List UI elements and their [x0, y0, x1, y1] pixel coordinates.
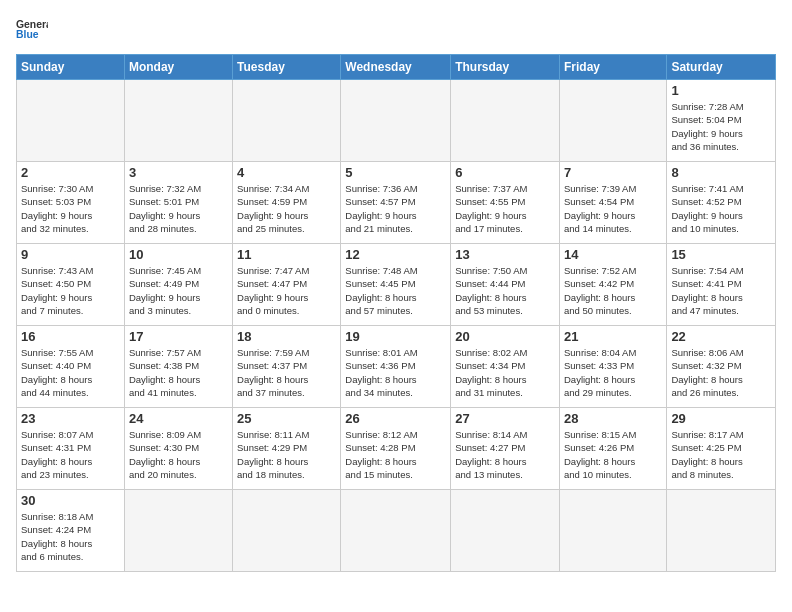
day-number: 13: [455, 247, 555, 262]
weekday-header-saturday: Saturday: [667, 55, 776, 80]
day-info: Sunrise: 7:28 AM Sunset: 5:04 PM Dayligh…: [671, 100, 771, 153]
calendar-cell: 27Sunrise: 8:14 AM Sunset: 4:27 PM Dayli…: [451, 408, 560, 490]
calendar-cell: 23Sunrise: 8:07 AM Sunset: 4:31 PM Dayli…: [17, 408, 125, 490]
day-info: Sunrise: 7:50 AM Sunset: 4:44 PM Dayligh…: [455, 264, 555, 317]
day-info: Sunrise: 8:11 AM Sunset: 4:29 PM Dayligh…: [237, 428, 336, 481]
weekday-header-monday: Monday: [124, 55, 232, 80]
day-number: 12: [345, 247, 446, 262]
day-info: Sunrise: 7:37 AM Sunset: 4:55 PM Dayligh…: [455, 182, 555, 235]
calendar-cell: 8Sunrise: 7:41 AM Sunset: 4:52 PM Daylig…: [667, 162, 776, 244]
weekday-header-tuesday: Tuesday: [233, 55, 341, 80]
day-info: Sunrise: 7:30 AM Sunset: 5:03 PM Dayligh…: [21, 182, 120, 235]
calendar-cell: [124, 80, 232, 162]
day-info: Sunrise: 7:48 AM Sunset: 4:45 PM Dayligh…: [345, 264, 446, 317]
day-info: Sunrise: 8:01 AM Sunset: 4:36 PM Dayligh…: [345, 346, 446, 399]
calendar-cell: 10Sunrise: 7:45 AM Sunset: 4:49 PM Dayli…: [124, 244, 232, 326]
day-number: 23: [21, 411, 120, 426]
calendar-cell: 12Sunrise: 7:48 AM Sunset: 4:45 PM Dayli…: [341, 244, 451, 326]
day-number: 28: [564, 411, 662, 426]
weekday-header-thursday: Thursday: [451, 55, 560, 80]
day-info: Sunrise: 7:45 AM Sunset: 4:49 PM Dayligh…: [129, 264, 228, 317]
calendar-cell: 6Sunrise: 7:37 AM Sunset: 4:55 PM Daylig…: [451, 162, 560, 244]
day-info: Sunrise: 7:36 AM Sunset: 4:57 PM Dayligh…: [345, 182, 446, 235]
calendar-cell: 22Sunrise: 8:06 AM Sunset: 4:32 PM Dayli…: [667, 326, 776, 408]
day-info: Sunrise: 8:09 AM Sunset: 4:30 PM Dayligh…: [129, 428, 228, 481]
logo-icon: GeneralBlue: [16, 16, 48, 44]
day-number: 24: [129, 411, 228, 426]
calendar-cell: 25Sunrise: 8:11 AM Sunset: 4:29 PM Dayli…: [233, 408, 341, 490]
page-header: GeneralBlue: [16, 16, 776, 44]
calendar-cell: [559, 80, 666, 162]
calendar-cell: 30Sunrise: 8:18 AM Sunset: 4:24 PM Dayli…: [17, 490, 125, 572]
week-row-4: 16Sunrise: 7:55 AM Sunset: 4:40 PM Dayli…: [17, 326, 776, 408]
calendar-cell: 13Sunrise: 7:50 AM Sunset: 4:44 PM Dayli…: [451, 244, 560, 326]
day-number: 8: [671, 165, 771, 180]
day-number: 22: [671, 329, 771, 344]
day-info: Sunrise: 7:39 AM Sunset: 4:54 PM Dayligh…: [564, 182, 662, 235]
day-number: 21: [564, 329, 662, 344]
calendar-cell: [451, 80, 560, 162]
calendar-cell: 14Sunrise: 7:52 AM Sunset: 4:42 PM Dayli…: [559, 244, 666, 326]
calendar-cell: 26Sunrise: 8:12 AM Sunset: 4:28 PM Dayli…: [341, 408, 451, 490]
day-number: 15: [671, 247, 771, 262]
day-info: Sunrise: 8:07 AM Sunset: 4:31 PM Dayligh…: [21, 428, 120, 481]
calendar-cell: 1Sunrise: 7:28 AM Sunset: 5:04 PM Daylig…: [667, 80, 776, 162]
calendar-cell: [667, 490, 776, 572]
day-info: Sunrise: 7:47 AM Sunset: 4:47 PM Dayligh…: [237, 264, 336, 317]
day-number: 2: [21, 165, 120, 180]
day-number: 20: [455, 329, 555, 344]
logo: GeneralBlue: [16, 16, 52, 44]
day-info: Sunrise: 7:41 AM Sunset: 4:52 PM Dayligh…: [671, 182, 771, 235]
calendar-cell: 17Sunrise: 7:57 AM Sunset: 4:38 PM Dayli…: [124, 326, 232, 408]
calendar-cell: 29Sunrise: 8:17 AM Sunset: 4:25 PM Dayli…: [667, 408, 776, 490]
day-info: Sunrise: 8:04 AM Sunset: 4:33 PM Dayligh…: [564, 346, 662, 399]
day-number: 11: [237, 247, 336, 262]
day-info: Sunrise: 7:34 AM Sunset: 4:59 PM Dayligh…: [237, 182, 336, 235]
week-row-2: 2Sunrise: 7:30 AM Sunset: 5:03 PM Daylig…: [17, 162, 776, 244]
day-info: Sunrise: 8:06 AM Sunset: 4:32 PM Dayligh…: [671, 346, 771, 399]
calendar-cell: [559, 490, 666, 572]
calendar-cell: [451, 490, 560, 572]
calendar-cell: 11Sunrise: 7:47 AM Sunset: 4:47 PM Dayli…: [233, 244, 341, 326]
day-number: 19: [345, 329, 446, 344]
day-info: Sunrise: 8:12 AM Sunset: 4:28 PM Dayligh…: [345, 428, 446, 481]
day-number: 6: [455, 165, 555, 180]
weekday-header-friday: Friday: [559, 55, 666, 80]
day-number: 17: [129, 329, 228, 344]
day-number: 26: [345, 411, 446, 426]
day-number: 7: [564, 165, 662, 180]
week-row-5: 23Sunrise: 8:07 AM Sunset: 4:31 PM Dayli…: [17, 408, 776, 490]
calendar-cell: 21Sunrise: 8:04 AM Sunset: 4:33 PM Dayli…: [559, 326, 666, 408]
day-number: 27: [455, 411, 555, 426]
calendar-cell: [233, 490, 341, 572]
day-number: 1: [671, 83, 771, 98]
svg-text:General: General: [16, 19, 48, 30]
day-info: Sunrise: 7:59 AM Sunset: 4:37 PM Dayligh…: [237, 346, 336, 399]
day-number: 29: [671, 411, 771, 426]
day-number: 18: [237, 329, 336, 344]
day-info: Sunrise: 8:02 AM Sunset: 4:34 PM Dayligh…: [455, 346, 555, 399]
week-row-3: 9Sunrise: 7:43 AM Sunset: 4:50 PM Daylig…: [17, 244, 776, 326]
weekday-header-wednesday: Wednesday: [341, 55, 451, 80]
calendar-cell: [17, 80, 125, 162]
calendar-table: SundayMondayTuesdayWednesdayThursdayFrid…: [16, 54, 776, 572]
day-info: Sunrise: 7:57 AM Sunset: 4:38 PM Dayligh…: [129, 346, 228, 399]
day-info: Sunrise: 7:54 AM Sunset: 4:41 PM Dayligh…: [671, 264, 771, 317]
day-info: Sunrise: 8:14 AM Sunset: 4:27 PM Dayligh…: [455, 428, 555, 481]
day-number: 10: [129, 247, 228, 262]
day-info: Sunrise: 8:17 AM Sunset: 4:25 PM Dayligh…: [671, 428, 771, 481]
calendar-cell: [341, 490, 451, 572]
calendar-cell: 24Sunrise: 8:09 AM Sunset: 4:30 PM Dayli…: [124, 408, 232, 490]
day-number: 30: [21, 493, 120, 508]
day-info: Sunrise: 8:15 AM Sunset: 4:26 PM Dayligh…: [564, 428, 662, 481]
calendar-cell: 28Sunrise: 8:15 AM Sunset: 4:26 PM Dayli…: [559, 408, 666, 490]
week-row-6: 30Sunrise: 8:18 AM Sunset: 4:24 PM Dayli…: [17, 490, 776, 572]
calendar-cell: [124, 490, 232, 572]
day-number: 4: [237, 165, 336, 180]
day-number: 9: [21, 247, 120, 262]
weekday-header-sunday: Sunday: [17, 55, 125, 80]
calendar-cell: 16Sunrise: 7:55 AM Sunset: 4:40 PM Dayli…: [17, 326, 125, 408]
day-info: Sunrise: 7:52 AM Sunset: 4:42 PM Dayligh…: [564, 264, 662, 317]
day-number: 14: [564, 247, 662, 262]
calendar-cell: 15Sunrise: 7:54 AM Sunset: 4:41 PM Dayli…: [667, 244, 776, 326]
